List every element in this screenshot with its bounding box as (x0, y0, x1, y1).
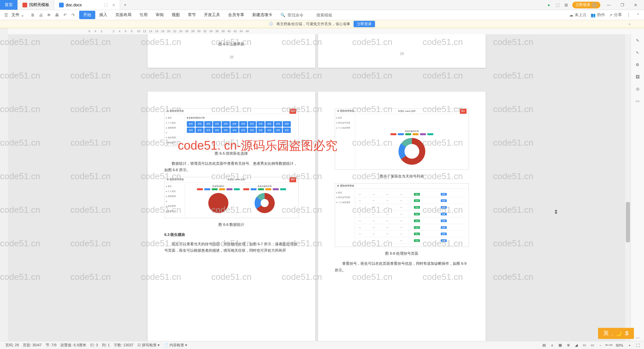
page-count[interactable]: 页码: 28 (3, 343, 21, 348)
login-label: 立即登录 (576, 2, 590, 7)
share-label: 分享 (614, 12, 622, 18)
content-check-toggle[interactable]: 📄内容检查▾ (162, 343, 189, 348)
home-tab[interactable]: 首页 (0, 0, 18, 10)
cloud-label: 未上云 (575, 12, 587, 18)
print2-icon[interactable]: 🖶 (54, 12, 60, 18)
notif-close-icon[interactable]: × (629, 22, 631, 26)
zoom-fit-icon[interactable]: ▭ (589, 342, 595, 348)
zoom-slider[interactable]: ━○━ (605, 343, 612, 347)
page-icon[interactable]: ▭ (635, 98, 641, 104)
view-layout-icon[interactable]: ▤ (541, 342, 547, 348)
sync-icon[interactable]: ● (546, 2, 551, 8)
status-right: ▤ ≡ ▦ ⊕ ◢ ▭ ▭ − ━○━ 80% + ⛶ (541, 342, 641, 348)
tab-start[interactable]: 开始 (79, 11, 95, 19)
tab-insert[interactable]: 插入 (95, 11, 111, 19)
horizontal-ruler[interactable]: 6422468101214161820222426283032343638404… (8, 28, 644, 34)
page-number: 29 (335, 51, 469, 57)
tab-section[interactable]: 章节 (184, 11, 200, 19)
tab-reference[interactable]: 引用 (136, 11, 152, 19)
vertical-ruler[interactable] (0, 34, 8, 341)
template-tab-label: 找稻壳模板 (29, 2, 49, 8)
tab-layout[interactable]: 页面布局 (111, 11, 136, 19)
section-info[interactable]: 节: 7/9 (44, 343, 58, 348)
ribbon-right: ☁未上云 👥协作 ↗分享 ⋮ ⌃ (569, 12, 641, 18)
redo-icon[interactable]: ↷ (70, 12, 76, 18)
avatar-icon (592, 2, 597, 8)
template-tab[interactable]: 找稻壳模板 (18, 0, 54, 10)
print-icon[interactable]: 🖨 (38, 12, 44, 18)
home-tab-label: 首页 (5, 2, 13, 8)
tab-vip[interactable]: 会员专享 (224, 11, 248, 19)
minimize-button[interactable]: — (604, 0, 614, 10)
maximize-button[interactable]: ❐ (617, 0, 627, 10)
share-button[interactable]: ↗分享 (609, 12, 622, 18)
collapse-icon[interactable]: ⌃ (635, 12, 641, 18)
grid-icon[interactable]: ⊞ (564, 2, 569, 8)
search-cmd-input[interactable] (287, 13, 314, 17)
view-focus-icon[interactable]: ◢ (573, 342, 579, 348)
cloud-status[interactable]: ☁未上云 (569, 12, 587, 18)
doc-tab[interactable]: doc.docx⬚× (54, 0, 120, 10)
notification-bar: ⓘ 将文档备份云端，可避免文件丢失，省心省事 立即登录 × (0, 20, 644, 28)
window-icon[interactable]: ⬚ (555, 2, 560, 8)
page-position[interactable]: 页面: 35/47 (21, 343, 44, 348)
figure-caption: 图 6-5 排班医生选择 (164, 150, 299, 157)
word-count[interactable]: 字数: 13037 (112, 343, 136, 348)
more-tool-icon[interactable]: ⋯ (635, 335, 641, 341)
ruler-area: 6422468101214161820222426283032343638404… (0, 28, 644, 34)
file-menu[interactable]: 文件⌄ (9, 12, 27, 18)
zoom-out-button[interactable]: − (597, 342, 603, 348)
view-outline-icon[interactable]: ≡ (549, 342, 555, 348)
page-30: ⚙ 医院管理系统退出 ▸ 首页▸ 个人信息▸ 排班管理▸ ▸ 信息管理▸ 数据统… (148, 92, 315, 341)
tab-new[interactable]: 新建选项卡 (248, 11, 276, 19)
settings-icon[interactable]: ⚙ (635, 62, 641, 68)
paragraph: 数据统计，管理员可以在此页面中查看有关挂号、患者男女比例等数据统计，如图 6-6… (164, 160, 299, 174)
tab-view[interactable]: 视图 (168, 11, 184, 19)
view-nav-icon[interactable]: ▭ (581, 342, 587, 348)
tab-review[interactable]: 审阅 (152, 11, 168, 19)
fullscreen-icon[interactable]: ⛶ (635, 342, 641, 348)
preview-icon[interactable]: 👁 (46, 12, 52, 18)
zoom-in-button[interactable]: + (627, 342, 633, 348)
doc-icon (59, 3, 64, 7)
search-tpl-input[interactable] (316, 13, 343, 17)
collab-button[interactable]: 👥协作 (591, 12, 605, 18)
share-icon: ↗ (609, 13, 612, 17)
doc-tab-label: doc.docx (66, 3, 82, 7)
tab-pin-icon[interactable]: ⬚ (104, 3, 108, 7)
select-icon[interactable]: ↖ (635, 50, 641, 56)
mini-app-title: ⚙ 医院管理系统 (337, 184, 354, 188)
set-value: 设置值: 6.9厘米 (58, 343, 88, 348)
document-canvas[interactable]: 图 6-2 注册界面 28 29 ⚙ 医院管理系统退出 ▸ 首页▸ 个人信息▸ … (8, 34, 625, 341)
doc-icon: 📄 (164, 343, 168, 347)
titlebar: 首页 找稻壳模板 doc.docx⬚× + ● ⬚ ⊞ 立即登录 — ❐ ✕ (0, 0, 644, 10)
vertical-scrollbar[interactable] (625, 34, 631, 341)
location-icon[interactable]: ◎ (635, 86, 641, 92)
tab-dev[interactable]: 开发工具 (200, 11, 224, 19)
zoom-level[interactable]: 80% (614, 343, 625, 347)
collab-icon: 👥 (591, 13, 596, 17)
mini-app-stats: ⚙ 医院管理系统欢迎您, admin 您好!退出 ▸ 首页▸ 个人信息▸ 排班管… (164, 177, 299, 218)
undo-icon[interactable]: ↶ (62, 12, 68, 18)
menu-icon[interactable]: ☰ (3, 12, 9, 18)
mini-app-title: ⚙ 医院管理系统 (167, 178, 184, 182)
notif-login-button[interactable]: 立即登录 (354, 21, 375, 27)
spell-check-toggle[interactable]: ☑拼写检查▾ (136, 343, 162, 348)
new-tab-button[interactable]: + (120, 0, 130, 10)
chevron-down-icon: ⌄ (21, 13, 24, 17)
ruler-corner (0, 28, 8, 34)
scroll-thumb[interactable] (626, 202, 630, 242)
save-icon[interactable]: 🗎 (30, 12, 36, 18)
view-read-icon[interactable]: ⊕ (565, 342, 571, 348)
view-web-icon[interactable]: ▦ (557, 342, 563, 348)
search-icon[interactable]: 🔍 (280, 13, 285, 17)
more-icon[interactable]: ⋮ (626, 12, 631, 18)
tab-close-icon[interactable]: × (112, 2, 115, 8)
pages-container: 图 6-2 注册界面 28 29 ⚙ 医院管理系统退出 ▸ 首页▸ 个人信息▸ … (148, 34, 486, 341)
edit-icon[interactable]: ✎ (635, 38, 641, 44)
image-icon[interactable]: 🖼 (635, 74, 641, 80)
close-button[interactable]: ✕ (631, 0, 641, 10)
login-button[interactable]: 立即登录 (572, 2, 600, 8)
ime-indicator[interactable]: 英 , 🌙 S (598, 328, 634, 339)
quick-access: 🗎 🖨 👁 🖶 ↶ ↷ (27, 12, 79, 18)
